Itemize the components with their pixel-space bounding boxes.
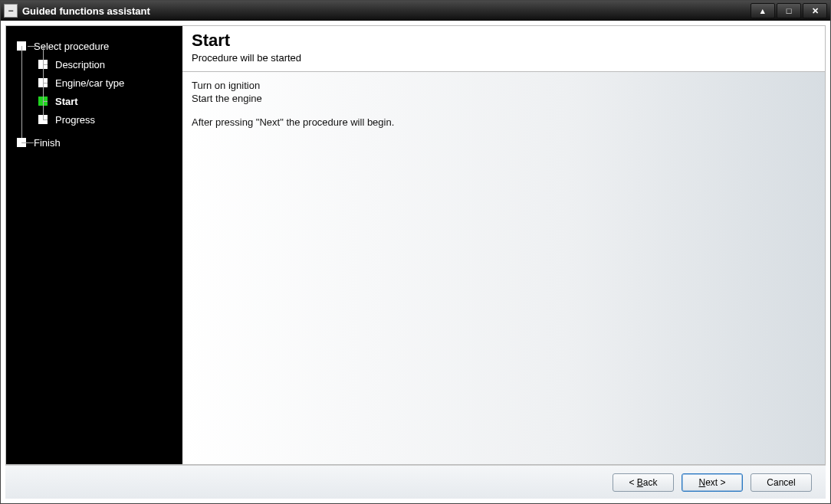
- back-suffix: ack: [643, 477, 658, 488]
- page-subtitle: Procedure will be started: [192, 52, 816, 64]
- step-label: Start: [55, 96, 78, 107]
- step-description[interactable]: Description: [17, 55, 175, 74]
- page-title: Start: [192, 31, 816, 51]
- content-header: Start Procedure will be started: [182, 26, 825, 72]
- window-title: Guided functions assistant: [22, 5, 150, 17]
- client-area: Select procedure Description Eng: [1, 21, 830, 503]
- step-label: Finish: [34, 137, 61, 149]
- minimize-button[interactable]: ▴: [751, 3, 775, 18]
- step-label: Description: [55, 59, 105, 70]
- wizard-content: Start Procedure will be started Turn on …: [182, 26, 825, 464]
- cancel-button[interactable]: Cancel: [751, 473, 812, 492]
- step-label: Progress: [55, 114, 95, 126]
- back-prefix: <: [629, 477, 636, 488]
- wizard-steps-sidebar: Select procedure Description Eng: [6, 26, 182, 464]
- content-body: Turn on ignition Start the engine After …: [182, 72, 825, 464]
- wizard-footer: < Back Next > Cancel: [5, 465, 826, 499]
- close-button[interactable]: ✕: [803, 3, 827, 18]
- instruction-line: Start the engine: [192, 93, 816, 104]
- next-suffix: ext >: [705, 477, 725, 488]
- maximize-button[interactable]: □: [777, 3, 801, 18]
- wizard-window: − Guided functions assistant ▴ □ ✕ Selec…: [0, 0, 831, 504]
- step-select-procedure[interactable]: Select procedure: [17, 37, 175, 55]
- title-bar[interactable]: − Guided functions assistant ▴ □ ✕: [1, 1, 830, 21]
- step-engine-car-type[interactable]: Engine/car type: [17, 74, 175, 92]
- wizard-step-list: Select procedure Description Eng: [17, 37, 175, 152]
- step-label: Select procedure: [34, 41, 109, 52]
- instruction-line: Turn on ignition: [192, 80, 816, 91]
- instruction-line: After pressing "Next" the procedure will…: [192, 116, 816, 128]
- next-button[interactable]: Next >: [682, 473, 743, 492]
- main-area: Select procedure Description Eng: [5, 25, 826, 465]
- step-start[interactable]: Start: [17, 92, 175, 110]
- step-label: Engine/car type: [55, 77, 124, 89]
- back-button[interactable]: < Back: [613, 473, 674, 492]
- step-progress[interactable]: Progress: [17, 110, 175, 129]
- system-menu-icon[interactable]: −: [4, 4, 18, 18]
- back-accel: B: [637, 477, 643, 488]
- next-accel: N: [698, 477, 705, 488]
- step-finish[interactable]: Finish: [17, 133, 175, 152]
